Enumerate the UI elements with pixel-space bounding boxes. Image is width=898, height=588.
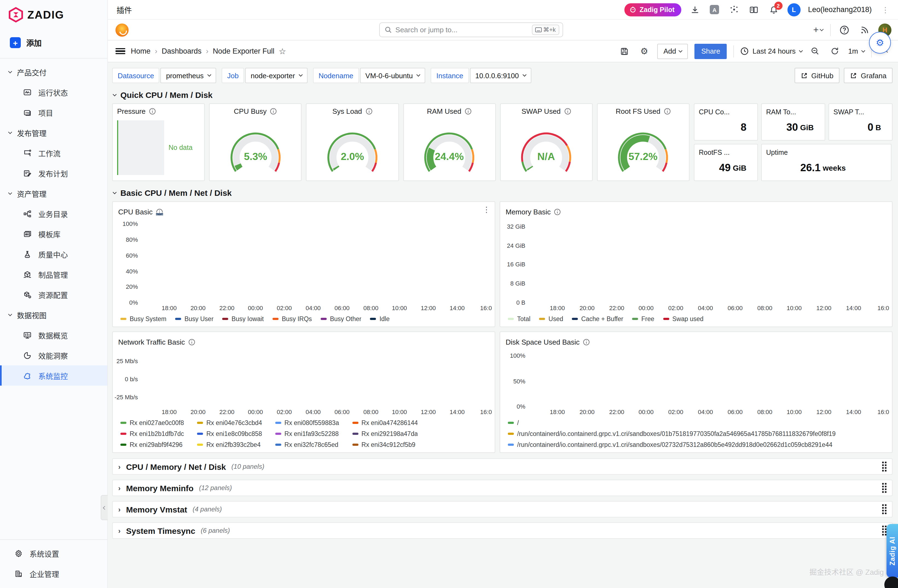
info-icon[interactable] [464, 107, 472, 115]
info-icon[interactable] [365, 107, 372, 115]
sidebar-item-制品管理[interactable]: 制品管理 [0, 264, 107, 284]
legend-item[interactable]: Rx eni34c912cf5b9 [352, 441, 418, 448]
legend-item[interactable]: Rx eni32fc78c65ed [275, 441, 339, 448]
panel-title[interactable]: Memory Basic [506, 207, 551, 216]
panel-title[interactable]: SWAP Used [521, 107, 561, 115]
legend-item[interactable]: Rx eni0a474286144 [352, 419, 418, 426]
section-basic-cpu-mem-net-disk[interactable]: Basic CPU / Mem / Net / Disk [113, 188, 892, 198]
save-dashboard-icon[interactable] [618, 45, 631, 58]
legend-item[interactable]: Busy IRQs [272, 316, 312, 322]
panel-title[interactable]: Root FS Used [616, 107, 660, 115]
disk-space-chart[interactable] [531, 352, 884, 407]
panel-title[interactable]: Sys Load [332, 107, 362, 115]
legend-item[interactable]: Swap used [663, 316, 703, 322]
panel-title[interactable]: Uptime [766, 149, 788, 157]
info-icon[interactable] [270, 107, 277, 115]
drag-handle-icon[interactable] [882, 483, 887, 493]
favorite-star-icon[interactable]: ☆ [279, 46, 286, 56]
news-rss-icon[interactable] [858, 23, 871, 36]
sidebar-section-资产管理[interactable]: 资产管理 [0, 183, 107, 203]
info-icon[interactable] [156, 208, 163, 215]
collapsed-row-Memory Vmstat[interactable]: › Memory Vmstat (4 panels) [112, 501, 892, 517]
cpu-basic-chart[interactable] [143, 221, 487, 302]
breadcrumb-home[interactable]: Home [131, 47, 151, 55]
zadig-pilot-button[interactable]: Zadig Pilot [624, 3, 681, 16]
time-range-picker[interactable]: Last 24 hours [740, 47, 802, 55]
download-icon[interactable] [689, 3, 701, 15]
sidebar-section-发布管理[interactable]: 发布管理 [0, 123, 107, 143]
legend-item[interactable]: Idle [370, 316, 390, 322]
collapsed-row-System Timesync[interactable]: › System Timesync (6 panels) [112, 522, 892, 539]
sidebar-section-产品交付[interactable]: 产品交付 [0, 62, 107, 82]
sidebar-item-质量中心[interactable]: 质量中心 [0, 244, 107, 264]
add-panel-button[interactable]: Add [658, 43, 688, 59]
legend-item[interactable]: Rx eni080f559883a [275, 419, 339, 426]
drag-handle-icon[interactable] [882, 462, 887, 471]
add-button[interactable]: + 添加 [0, 32, 107, 54]
breadcrumb-dashboards[interactable]: Dashboards [162, 47, 201, 55]
legend-item[interactable]: Total [508, 316, 530, 322]
sidebar-item-资源配置[interactable]: 资源配置 [0, 284, 107, 305]
drag-handle-icon[interactable] [882, 526, 887, 536]
legend-item[interactable]: Busy Iowait [222, 316, 264, 322]
legend-item[interactable]: Rx eni1fa93c52288 [275, 430, 339, 437]
search-input[interactable]: Search or jump to... ⌘+k [379, 22, 563, 37]
docs-book-icon[interactable] [748, 3, 760, 15]
sidebar-item-模板库[interactable]: 模板库 [0, 224, 107, 244]
info-icon[interactable] [583, 338, 590, 345]
panel-menu-icon[interactable]: ⋮ [483, 205, 491, 214]
panel-title[interactable]: CPU Co... [699, 108, 730, 116]
mega-menu-icon[interactable] [115, 48, 125, 54]
integrations-icon[interactable] [728, 3, 740, 15]
variable-value-dropdown[interactable]: node-exporter [245, 68, 308, 83]
refresh-interval-dropdown[interactable]: 1m [848, 47, 865, 55]
sidebar-item-企业管理[interactable]: 企业管理 [0, 563, 107, 583]
legend-item[interactable]: /run/containerd/io.containerd.grpc.v1.cr… [508, 430, 836, 437]
panel-title[interactable]: CPU Busy [234, 107, 267, 115]
panel-title[interactable]: RAM To... [766, 108, 796, 116]
sidebar-item-系统监控[interactable]: 系统监控 [0, 365, 107, 385]
sidebar-item-运行状态[interactable]: 运行状态 [0, 82, 107, 102]
panel-title[interactable]: SWAP T... [833, 108, 864, 116]
new-dropdown-button[interactable]: + [813, 23, 823, 36]
info-icon[interactable] [149, 107, 156, 115]
legend-item[interactable]: Busy System [120, 316, 166, 322]
sidebar-item-业务目录[interactable]: 业务目录 [0, 203, 107, 224]
translate-icon[interactable]: A [708, 3, 720, 15]
panel-title[interactable]: Pressure [117, 107, 146, 115]
legend-item[interactable]: Rx eni027ae0c00f8 [120, 419, 184, 426]
user-avatar[interactable]: L [787, 3, 800, 16]
legend-item[interactable]: Rx eni04e76c3cbd4 [197, 419, 262, 426]
collapsed-row-CPU / Memory / Net / Disk[interactable]: › CPU / Memory / Net / Disk (10 panels) [112, 458, 892, 475]
sidebar-item-效能洞察[interactable]: 效能洞察 [0, 345, 107, 365]
legend-item[interactable]: Busy User [175, 316, 214, 322]
link-button-GitHub[interactable]: GitHub [794, 68, 840, 83]
legend-item[interactable]: Rx eni292198a47da [352, 430, 418, 437]
legend-item[interactable]: /run/containerd/io.containerd.grpc.v1.cr… [508, 441, 832, 448]
info-icon[interactable] [188, 338, 195, 345]
panel-title[interactable]: CPU Basic [118, 207, 153, 216]
legend-item[interactable]: Cache + Buffer [572, 316, 623, 322]
variable-value-dropdown[interactable]: prometheus [161, 68, 216, 83]
info-icon[interactable] [554, 208, 561, 215]
grafana-logo-icon[interactable] [115, 23, 129, 36]
zoom-out-icon[interactable] [809, 45, 822, 58]
help-icon[interactable] [838, 23, 851, 36]
legend-item[interactable]: Rx eni2fb393c2be4 [197, 441, 262, 448]
sidebar-item-系统设置[interactable]: 系统设置 [0, 543, 107, 563]
variable-value-dropdown[interactable]: 10.0.0.6:9100 [470, 68, 531, 83]
more-menu-icon[interactable]: ⋮ [880, 5, 892, 14]
panel-title[interactable]: RAM Used [427, 107, 461, 115]
collapsed-row-Memory Meminfo[interactable]: › Memory Meminfo (12 panels) [112, 480, 892, 496]
panel-title[interactable]: Network Traffic Basic [118, 338, 185, 346]
sidebar-item-项目[interactable]: PM项目 [0, 102, 107, 123]
legend-item[interactable]: Free [632, 316, 654, 322]
sidebar-item-发布计划[interactable]: 发布计划 [0, 163, 107, 183]
notifications-bell-icon[interactable]: 2 [767, 3, 780, 15]
share-button[interactable]: Share [695, 43, 727, 59]
link-button-Grafana[interactable]: Grafana [844, 68, 892, 83]
sidebar-item-数据概览[interactable]: 数据概览 [0, 325, 107, 345]
legend-item[interactable]: Rx eni1e8c09bc858 [197, 430, 262, 437]
legend-item[interactable]: Used [539, 316, 563, 322]
panel-title[interactable]: RootFS ... [699, 149, 730, 157]
